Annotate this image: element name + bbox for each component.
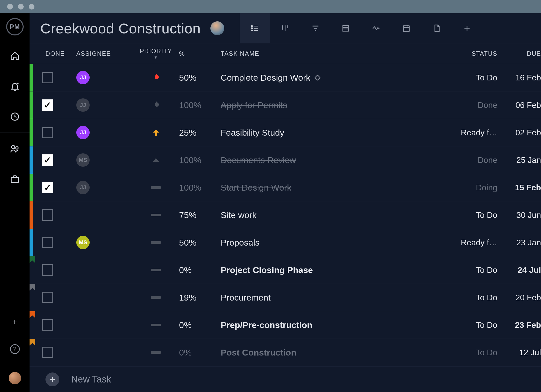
- percent-complete[interactable]: 19%: [179, 293, 218, 303]
- task-due[interactable]: 02 Feb: [502, 128, 541, 137]
- task-due[interactable]: 23 Jan: [502, 238, 541, 247]
- task-due[interactable]: 15 Feb: [502, 183, 541, 192]
- priority-icon[interactable]: [133, 351, 179, 354]
- task-status[interactable]: Doing: [446, 183, 502, 192]
- task-due[interactable]: 20 Feb: [502, 293, 541, 302]
- traffic-light-max[interactable]: [29, 4, 34, 10]
- percent-complete[interactable]: 100%: [179, 183, 218, 193]
- priority-icon[interactable]: [133, 241, 179, 244]
- priority-icon[interactable]: [133, 73, 179, 82]
- priority-icon[interactable]: [133, 100, 179, 110]
- task-status[interactable]: To Do: [446, 293, 502, 302]
- view-files-icon[interactable]: [422, 13, 452, 43]
- percent-complete[interactable]: 75%: [179, 210, 218, 220]
- assignee-avatar[interactable]: MS: [76, 236, 90, 249]
- view-calendar-icon[interactable]: [391, 13, 422, 43]
- home-icon[interactable]: [10, 51, 20, 61]
- portfolio-icon[interactable]: [10, 174, 20, 184]
- task-row[interactable]: MS50%ProposalsReady f…23 Jan: [30, 229, 541, 256]
- view-list-icon[interactable]: [240, 13, 270, 43]
- task-name[interactable]: Apply for Permits: [218, 100, 446, 110]
- task-status[interactable]: To Do: [446, 265, 502, 275]
- task-name[interactable]: Project Closing Phase: [218, 265, 446, 275]
- task-status[interactable]: To Do: [446, 320, 502, 330]
- assignee-avatar[interactable]: JJ: [76, 181, 90, 194]
- task-name[interactable]: Documents Review: [218, 155, 446, 165]
- percent-complete[interactable]: 100%: [179, 155, 218, 165]
- task-row[interactable]: JJ25%Feasibility StudyReady f…02 Feb: [30, 119, 541, 146]
- percent-complete[interactable]: 0%: [179, 265, 218, 275]
- task-due[interactable]: 30 Jun: [502, 210, 541, 220]
- task-status[interactable]: Ready f…: [446, 128, 502, 137]
- priority-icon[interactable]: [133, 269, 179, 271]
- task-due[interactable]: 06 Feb: [502, 100, 541, 110]
- task-row[interactable]: 75%Site workTo Do30 Jun: [30, 201, 541, 229]
- add-task-button[interactable]: +: [45, 372, 59, 386]
- done-checkbox[interactable]: [42, 237, 53, 248]
- col-task-name[interactable]: TASK NAME: [218, 50, 446, 57]
- priority-icon[interactable]: [133, 128, 179, 137]
- task-row[interactable]: 19%ProcurementTo Do20 Feb: [30, 284, 541, 311]
- task-name[interactable]: Procurement: [218, 293, 446, 303]
- task-due[interactable]: 25 Jan: [502, 155, 541, 165]
- percent-complete[interactable]: 50%: [179, 238, 218, 248]
- col-priority[interactable]: PRIORITY ▼: [133, 48, 179, 60]
- percent-complete[interactable]: 100%: [179, 100, 218, 110]
- task-status[interactable]: To Do: [446, 210, 502, 220]
- assignee-avatar[interactable]: JJ: [76, 71, 90, 84]
- task-name[interactable]: Feasibility Study: [218, 128, 446, 138]
- col-assignee[interactable]: ASSIGNEE: [76, 50, 133, 57]
- done-checkbox[interactable]: [42, 264, 53, 276]
- task-due[interactable]: 12 Jul: [502, 348, 541, 357]
- task-status[interactable]: To Do: [446, 348, 502, 357]
- task-status[interactable]: To Do: [446, 73, 502, 82]
- task-name[interactable]: Start Design Work: [218, 183, 446, 193]
- rail-add-icon[interactable]: +: [13, 318, 17, 326]
- task-row[interactable]: 0%Prep/Pre-constructionTo Do23 Feb: [30, 311, 541, 339]
- new-task-label[interactable]: New Task: [71, 374, 111, 385]
- done-checkbox[interactable]: [42, 347, 53, 358]
- project-owner-avatar[interactable]: [210, 21, 224, 35]
- task-status[interactable]: Ready f…: [446, 238, 502, 247]
- task-row[interactable]: 0%Project Closing PhaseTo Do24 Jul: [30, 256, 541, 284]
- help-icon[interactable]: ?: [10, 344, 20, 354]
- task-name[interactable]: Post Construction: [218, 348, 446, 358]
- task-due[interactable]: 16 Feb: [502, 73, 541, 82]
- done-checkbox[interactable]: [42, 127, 53, 138]
- task-name[interactable]: Proposals: [218, 238, 446, 248]
- current-user-avatar[interactable]: [9, 372, 21, 384]
- task-row[interactable]: JJ100%Start Design WorkDoing15 Feb: [30, 174, 541, 201]
- col-status[interactable]: STATUS: [446, 50, 502, 57]
- percent-complete[interactable]: 50%: [179, 73, 218, 83]
- task-row[interactable]: JJ50%Complete Design WorkTo Do16 Feb: [30, 64, 541, 91]
- task-row[interactable]: JJ100%Apply for PermitsDone06 Feb: [30, 91, 541, 119]
- notifications-icon[interactable]: [10, 81, 20, 91]
- done-checkbox[interactable]: [42, 319, 53, 331]
- task-name[interactable]: Complete Design Work: [218, 73, 446, 83]
- task-due[interactable]: 23 Feb: [502, 320, 541, 330]
- priority-icon[interactable]: [133, 186, 179, 189]
- people-icon[interactable]: [10, 144, 20, 154]
- assignee-avatar[interactable]: JJ: [76, 98, 90, 112]
- task-row[interactable]: 0%Post ConstructionTo Do12 Jul: [30, 339, 541, 366]
- view-dashboard-icon[interactable]: [361, 13, 391, 43]
- done-checkbox[interactable]: [42, 292, 53, 303]
- col-percent[interactable]: %: [179, 50, 218, 57]
- assignee-avatar[interactable]: JJ: [76, 126, 90, 139]
- task-status[interactable]: Done: [446, 155, 502, 165]
- view-sheet-icon[interactable]: [331, 13, 361, 43]
- assignee-avatar[interactable]: MS: [76, 153, 90, 167]
- app-logo[interactable]: PM: [6, 18, 24, 35]
- view-add-icon[interactable]: [452, 13, 482, 43]
- priority-icon[interactable]: [133, 157, 179, 163]
- done-checkbox[interactable]: [42, 209, 53, 221]
- traffic-light-close[interactable]: [7, 4, 13, 10]
- traffic-light-min[interactable]: [18, 4, 24, 10]
- percent-complete[interactable]: 0%: [179, 348, 218, 358]
- task-name[interactable]: Prep/Pre-construction: [218, 320, 446, 330]
- task-name[interactable]: Site work: [218, 210, 446, 220]
- task-row[interactable]: MS100%Documents ReviewDone25 Jan: [30, 146, 541, 174]
- priority-icon[interactable]: [133, 324, 179, 326]
- percent-complete[interactable]: 0%: [179, 320, 218, 330]
- col-done[interactable]: DONE: [45, 50, 76, 57]
